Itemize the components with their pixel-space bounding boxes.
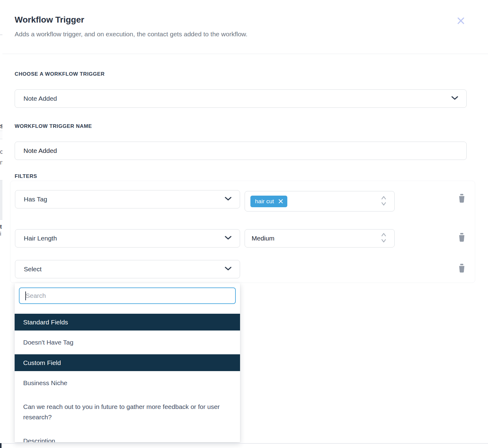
workflow-trigger-select[interactable]: Note Added bbox=[15, 89, 467, 108]
background-text-fragment: t bbox=[0, 224, 2, 230]
search-input[interactable] bbox=[19, 287, 236, 304]
modal-title: Workflow Trigger bbox=[15, 15, 467, 25]
dropdown-search-wrap bbox=[15, 283, 240, 304]
field-dropdown-panel: Standard Fields Doesn't Have Tag Custom … bbox=[15, 283, 240, 442]
chevron-down-icon bbox=[224, 266, 232, 272]
dropdown-option-list: Standard Fields Doesn't Have Tag Custom … bbox=[15, 314, 240, 442]
trigger-name-input[interactable]: Note Added bbox=[15, 142, 467, 160]
updown-stepper-icon bbox=[380, 195, 387, 208]
background-dark-fragment bbox=[0, 443, 2, 448]
chevron-down-icon bbox=[224, 236, 232, 241]
modal-subtitle: Adds a workflow trigger, and on executio… bbox=[15, 30, 467, 38]
page-bottom-divider bbox=[2, 443, 488, 444]
filter-field-value: Hair Length bbox=[24, 235, 57, 242]
trigger-name-label: WORKFLOW TRIGGER NAME bbox=[15, 123, 467, 129]
filter-field-value: Select bbox=[24, 266, 41, 273]
delete-filter-button[interactable] bbox=[457, 232, 466, 243]
filter-field-select[interactable]: Hair Length bbox=[15, 229, 240, 247]
filters-label: FILTERS bbox=[15, 173, 467, 179]
updown-stepper-icon bbox=[380, 232, 387, 245]
background-text-fragment: i bbox=[0, 231, 1, 237]
chevron-down-icon bbox=[451, 96, 458, 101]
dropdown-option[interactable]: Doesn't Have Tag bbox=[15, 331, 240, 354]
filter-tags-multiselect[interactable]: hair cut bbox=[245, 191, 395, 211]
filter-row: Hair Length Medium bbox=[15, 229, 466, 247]
option-group-header: Custom Field bbox=[15, 354, 240, 371]
filter-field-select[interactable]: Has Tag bbox=[15, 190, 240, 208]
close-icon bbox=[456, 16, 466, 27]
text-cursor bbox=[25, 291, 26, 300]
modal-header: Workflow Trigger Adds a workflow trigger… bbox=[2, 0, 488, 54]
delete-filter-button[interactable] bbox=[457, 193, 466, 204]
delete-filter-button[interactable] bbox=[457, 263, 466, 273]
modal-body: CHOOSE A WORKFLOW TRIGGER Note Added WOR… bbox=[2, 71, 488, 283]
option-group-header: Standard Fields bbox=[15, 314, 240, 331]
filter-field-select-open[interactable]: Select bbox=[15, 260, 240, 278]
trash-icon bbox=[458, 263, 466, 273]
trash-icon bbox=[458, 233, 466, 242]
filter-row: Select bbox=[15, 260, 466, 278]
dropdown-option[interactable]: Can we reach out to you in future to gat… bbox=[15, 395, 240, 429]
workflow-trigger-modal: Workflow Trigger Adds a workflow trigger… bbox=[2, 0, 488, 448]
close-button[interactable] bbox=[456, 16, 466, 26]
choose-trigger-label: CHOOSE A WORKFLOW TRIGGER bbox=[15, 71, 467, 77]
dropdown-option[interactable]: Business Niche bbox=[15, 371, 240, 395]
filter-field-value: Has Tag bbox=[24, 196, 47, 203]
workflow-trigger-selected-value: Note Added bbox=[23, 95, 57, 102]
filter-value: Medium bbox=[252, 235, 274, 242]
tag-chip-label: hair cut bbox=[255, 198, 274, 205]
filter-value-select[interactable]: Medium bbox=[245, 229, 395, 247]
screen: s c n t i Workflow Trigger Adds a workfl… bbox=[0, 0, 488, 448]
tag-remove-icon[interactable] bbox=[278, 199, 283, 204]
chevron-down-icon bbox=[224, 197, 232, 202]
dropdown-option[interactable]: Description bbox=[15, 429, 240, 442]
trash-icon bbox=[458, 193, 466, 203]
filters-group: Has Tag hair cut bbox=[10, 181, 475, 283]
filter-row: Has Tag hair cut bbox=[15, 190, 466, 211]
tag-chip: hair cut bbox=[250, 196, 287, 207]
trigger-name-value: Note Added bbox=[23, 147, 57, 154]
